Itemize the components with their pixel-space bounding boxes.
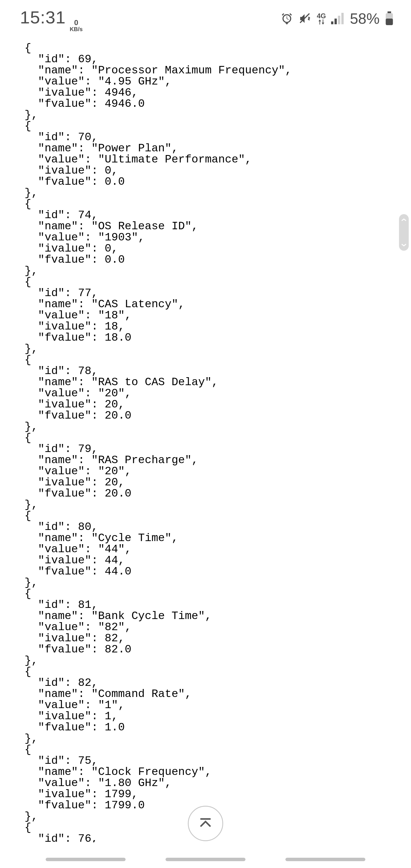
svg-rect-4	[388, 11, 391, 13]
svg-rect-2	[338, 16, 340, 24]
chevron-down-icon	[401, 243, 406, 247]
nav-back[interactable]	[285, 858, 365, 861]
network-type-label: 4G	[317, 12, 326, 20]
battery-percent: 58%	[350, 10, 380, 27]
scroll-top-button[interactable]	[188, 806, 223, 841]
chevron-up-icon	[401, 218, 406, 222]
scroll-top-icon	[198, 816, 213, 831]
scroll-indicator[interactable]	[399, 214, 409, 251]
netspeed-value: 0	[74, 19, 78, 26]
mute-vibrate-icon	[298, 12, 312, 25]
svg-rect-3	[341, 13, 344, 24]
netspeed-unit: KB/s	[70, 26, 83, 32]
svg-rect-1	[335, 19, 337, 24]
svg-rect-6	[386, 19, 393, 25]
network-type-icon: 4G	[317, 12, 326, 25]
content-area[interactable]: { "id": 69, "name": "Processor Maximum F…	[25, 43, 400, 842]
status-netspeed: 0 KB/s	[70, 19, 83, 32]
gesture-nav	[0, 858, 411, 861]
nav-home[interactable]	[165, 858, 246, 861]
status-time: 15:31	[20, 7, 66, 27]
alarm-icon	[280, 12, 293, 25]
status-bar[interactable]: 15:31 0 KB/s 4G	[0, 0, 411, 37]
nav-recents[interactable]	[46, 858, 126, 861]
json-text: { "id": 69, "name": "Processor Maximum F…	[25, 43, 400, 842]
status-left: 15:31 0 KB/s	[20, 7, 83, 30]
status-right: 4G 58%	[280, 10, 394, 27]
battery-icon	[385, 11, 394, 26]
svg-rect-0	[331, 22, 334, 24]
signal-icon	[331, 13, 345, 24]
